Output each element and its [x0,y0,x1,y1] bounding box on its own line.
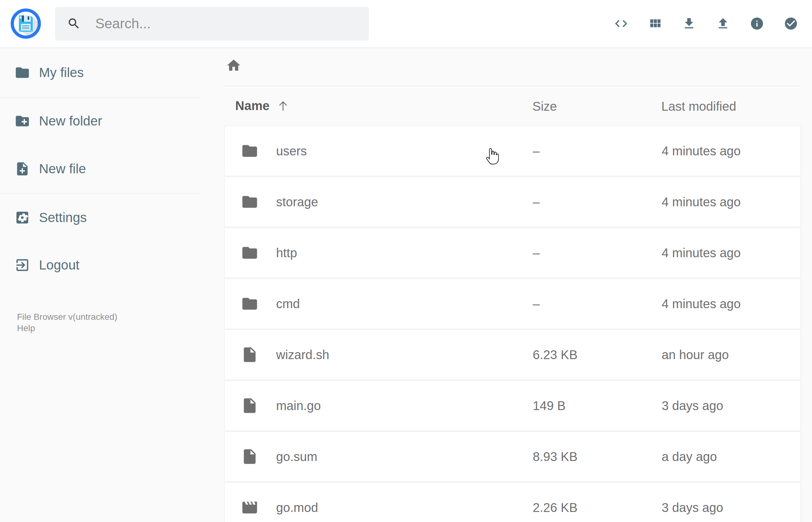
folder-icon [241,295,259,313]
info-icon [750,16,764,31]
file-name: cmd [276,297,300,311]
sidebar-divider [0,193,199,194]
sidebar-item-label: Settings [39,210,87,225]
table-row[interactable]: main.go149 B3 days ago [224,381,801,431]
table-row[interactable]: wizard.sh6.23 KBan hour ago [224,329,801,380]
column-header-size[interactable]: Size [532,99,557,114]
floppy-disk-logo-icon [11,8,41,39]
search-bar[interactable] [55,7,369,41]
sidebar-item-logout[interactable]: Logout [15,257,79,273]
file-size: 2.26 KB [533,501,577,515]
table-row[interactable]: go.sum8.93 KBa day ago [224,431,801,482]
file-listing: Name Size Last modified users–4 minutes … [224,47,801,522]
download-button[interactable] [682,16,696,31]
folder-icon [241,142,259,160]
sidebar: My filesNew folderNew fileSettingsLogout… [0,47,199,522]
folder-icon [241,244,259,262]
file-name: wizard.sh [276,348,329,362]
folder-icon [241,193,259,211]
file-size: 149 B [533,399,566,413]
file-size: – [533,195,540,209]
filebrowser-app: My filesNew folderNew fileSettingsLogout… [0,0,812,522]
file-name: users [276,144,307,158]
file-plus-icon [15,161,30,177]
file-name: go.mod [276,501,318,515]
file-info-button[interactable] [750,16,764,31]
column-header-modified[interactable]: Last modified [662,99,736,114]
table-row[interactable]: go.mod2.26 KB3 days ago [224,482,801,522]
file-modified: an hour ago [662,348,729,362]
upload-icon [716,16,730,31]
file-name: main.go [276,399,321,413]
file-modified: 4 minutes ago [662,246,740,260]
file-size: – [533,297,540,311]
file-modified: 4 minutes ago [662,195,740,209]
file-icon [241,448,259,465]
file-size: 8.93 KB [533,450,577,464]
sort-ascending-icon [277,99,290,113]
file-size: – [533,246,540,260]
movie-icon [241,499,259,516]
switch-view-button[interactable] [648,16,662,31]
sidebar-item-new-file[interactable]: New file [15,161,86,177]
search-icon [67,17,81,31]
file-name: http [276,246,297,260]
divider [224,86,801,86]
file-size: 6.23 KB [533,348,577,362]
gear-icon [15,210,30,225]
logout-icon [15,257,30,273]
file-rows: users–4 minutes agostorage–4 minutes ago… [224,126,801,522]
file-name: go.sum [276,450,317,464]
check-circle-icon [784,16,798,31]
table-row[interactable]: users–4 minutes ago [224,126,801,176]
sidebar-item-label: Logout [39,258,79,273]
home-icon [226,58,242,73]
file-icon [241,346,259,363]
column-header-name[interactable]: Name [235,99,290,113]
file-icon [241,397,259,415]
file-modified: 4 minutes ago [662,144,740,158]
sidebar-divider [0,98,199,98]
code-icon [614,16,628,31]
file-modified: a day ago [662,450,717,464]
view-grid-icon [648,16,662,31]
sidebar-item-label: My files [39,65,84,80]
sidebar-item-my-files[interactable]: My files [15,65,84,80]
folder-icon [15,65,30,80]
search-input[interactable] [95,15,357,32]
table-row[interactable]: storage–4 minutes ago [224,177,801,227]
content: My filesNew folderNew fileSettingsLogout… [0,47,812,522]
app-logo[interactable] [11,8,41,39]
file-modified: 3 days ago [662,399,723,413]
upload-button[interactable] [716,16,730,31]
sidebar-item-label: New file [39,161,86,176]
app-version: File Browser v(untracked) [17,311,117,323]
breadcrumb-home-button[interactable] [226,58,242,73]
file-modified: 4 minutes ago [662,297,740,311]
file-modified: 3 days ago [662,501,723,515]
header-actions [614,16,812,31]
sidebar-footer: File Browser v(untracked) Help [17,311,117,334]
table-row[interactable]: cmd–4 minutes ago [224,279,801,329]
shell-button[interactable] [614,16,628,31]
folder-plus-icon [15,113,30,129]
sidebar-item-new-folder[interactable]: New folder [15,113,102,129]
sidebar-item-label: New folder [39,114,102,128]
header [0,0,812,47]
file-size: – [533,144,540,158]
table-row[interactable]: http–4 minutes ago [224,228,801,278]
file-name: storage [276,195,318,209]
column-name-label: Name [235,99,269,113]
select-multiple-button[interactable] [784,16,798,31]
download-icon [682,16,696,31]
sidebar-item-settings[interactable]: Settings [15,210,87,225]
help-link[interactable]: Help [17,323,117,334]
